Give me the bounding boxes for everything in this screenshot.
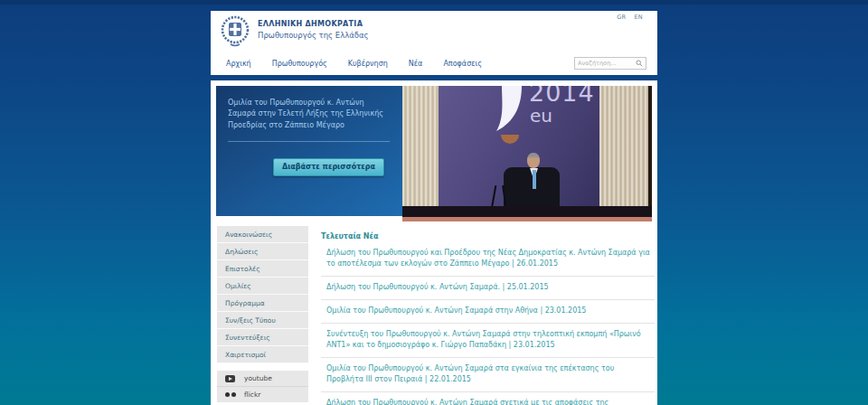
eu-presidency-eu-label: eu — [530, 105, 552, 127]
podium — [402, 206, 652, 217]
podium-wood-edge — [402, 217, 652, 221]
sidebar-menu-item[interactable]: Χαιρετισμοί — [217, 346, 308, 363]
hero-title: Ομιλία του Πρωθυπουργού κ. Αντώνη Σαμαρά… — [228, 98, 392, 131]
speaker-figure — [504, 167, 560, 211]
speaker-head — [527, 153, 540, 168]
news-list-item[interactable]: Δήλωση του Πρωθυπουργού κ. Αντώνη Σαμαρά… — [321, 277, 655, 300]
language-switcher: GREN — [617, 14, 643, 21]
search-icon[interactable] — [636, 60, 643, 67]
language-link[interactable]: EN — [634, 14, 643, 21]
nav-link[interactable]: Αρχική — [226, 60, 251, 68]
hero-photo: 2014 eu — [402, 86, 652, 221]
coat-of-arms-icon — [220, 14, 250, 49]
marble-column-left — [402, 86, 439, 221]
nav-link[interactable]: Κυβέρνηση — [348, 60, 388, 68]
sidebar-menu-item[interactable]: Ανακοινώσεις — [217, 226, 308, 243]
social-link-flickr[interactable]: flickr — [217, 386, 308, 402]
main-navigation: ΑρχικήΠρωθυπουργόςΚυβέρνησηΝέαΑποφάσεις — [226, 60, 482, 68]
brand-subtitle: Πρωθυπουργός της Ελλάδας — [258, 31, 369, 40]
hero-text-panel: Ομιλία του Πρωθυπουργού κ. Αντώνη Σαμαρά… — [216, 86, 402, 216]
greek-coat-of-arms-logo[interactable] — [220, 14, 250, 49]
brand-title: ΕΛΛΗΝΙΚΗ ΔΗΜΟΚΡΑΤΙΑ — [258, 20, 369, 28]
header: GREN ΕΛΛΗΝΙΚΗ ΔΗΜΟΚΡΑΤΙΑ Πρωθυπουργός τη… — [211, 11, 657, 75]
youtube-icon — [223, 375, 237, 382]
sidebar-menu-item[interactable]: Ομιλίες — [217, 278, 308, 295]
read-more-button[interactable]: Διαβάστε περισσότερα — [273, 158, 384, 176]
hero-banner: Ομιλία του Πρωθυπουργού κ. Αντώνη Σαμαρά… — [216, 86, 652, 221]
latest-news-heading: Τελευταία Νέα — [321, 232, 655, 240]
search-input[interactable] — [578, 60, 636, 67]
latest-news-section: Τελευταία Νέα Δήλωση του Πρωθυπουργού κα… — [321, 226, 656, 405]
language-link[interactable]: GR — [617, 14, 626, 21]
sidebar-menu-item[interactable]: Συν/ξεις Τύπου — [217, 312, 308, 329]
nav-link[interactable]: Νέα — [409, 60, 423, 68]
marble-column-right — [599, 86, 652, 221]
sidebar-menu-item[interactable]: Συνεντεύξεις — [217, 329, 308, 346]
sidebar: ΑνακοινώσειςΔηλώσειςΕπιστολέςΟμιλίεςΠρόγ… — [217, 226, 308, 405]
social-label: youtube — [244, 374, 272, 382]
social-label: flickr — [244, 391, 260, 399]
speaker-tie — [533, 170, 536, 189]
search-box — [574, 57, 646, 70]
sidebar-menu-item[interactable]: Επιστολές — [217, 260, 308, 278]
nav-link[interactable]: Πρωθυπουργός — [272, 60, 327, 68]
content-row: ΑνακοινώσειςΔηλώσειςΕπιστολέςΟμιλίεςΠρόγ… — [211, 221, 657, 405]
eu-presidency-year-label: 2014 — [529, 86, 595, 107]
news-list-item[interactable]: Ομιλία του Πρωθυπουργού κ. Αντώνη Σαμαρά… — [321, 300, 655, 324]
news-list-item[interactable]: Συνέντευξη του Πρωθυπουργού κ. Αντώνη Σα… — [321, 324, 655, 358]
top-accent-bar — [0, 0, 868, 5]
sidebar-menu-item[interactable]: Πρόγραμμα — [217, 295, 308, 312]
sidebar-menu-item[interactable]: Δηλώσεις — [217, 243, 308, 260]
news-list: Δήλωση του Πρωθυπουργού και Προέδρου της… — [321, 242, 655, 405]
main-content-card: Ομιλία του Πρωθυπουργού κ. Αντώνη Σαμαρά… — [211, 80, 657, 405]
sidebar-menu: ΑνακοινώσειςΔηλώσειςΕπιστολέςΟμιλίεςΠρόγ… — [217, 226, 308, 363]
hero-separator — [228, 141, 390, 142]
social-link-youtube[interactable]: youtube — [217, 371, 308, 386]
site-brand: ΕΛΛΗΝΙΚΗ ΔΗΜΟΚΡΑΤΙΑ Πρωθυπουργός της Ελλ… — [258, 20, 369, 40]
nav-link[interactable]: Αποφάσεις — [443, 60, 482, 68]
social-links-card: youtube flickr — [217, 371, 308, 402]
news-list-item[interactable]: Ομιλία του Πρωθυπουργού κ. Αντώνη Σαμαρά… — [321, 358, 655, 392]
news-list-item[interactable]: Δήλωση του Πρωθυπουργού και Προέδρου της… — [321, 242, 655, 277]
news-list-item[interactable]: Δήλωση του Πρωθυπουργού κ. Αντώνη Σαμαρά… — [321, 392, 655, 405]
eu-presidency-sail-icon — [489, 86, 529, 144]
flickr-icon — [223, 392, 237, 397]
